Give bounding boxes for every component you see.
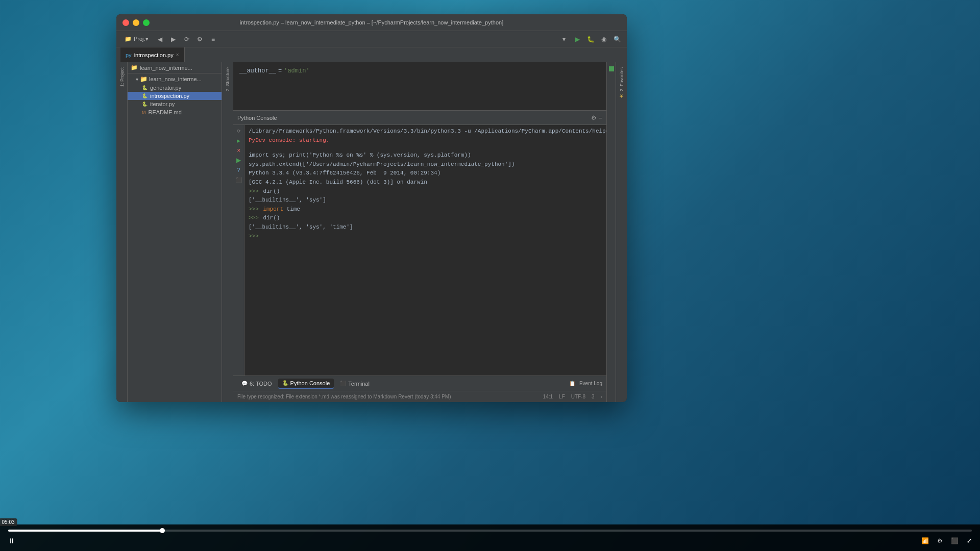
settings-btn[interactable]: ⚙ — [194, 34, 206, 45]
project-panel-tab[interactable]: 1: Project — [118, 64, 126, 90]
py-icon-introspection: 🐍 — [142, 93, 148, 98]
status-position: 14:1 — [543, 394, 553, 399]
search-btn[interactable]: 🔍 — [611, 34, 623, 45]
back-btn[interactable]: ◀ — [155, 34, 166, 45]
tree-item-introspection[interactable]: 🐍 introspection.py — [128, 92, 222, 100]
console-python-version: Python 3.3.4 (v3.3.4:7ff62415e426, Feb 9… — [249, 169, 602, 178]
toolbar-right: ▾ ▶ 🐛 ◉ 🔍 — [558, 34, 623, 45]
debug-btn[interactable]: 🐛 — [585, 34, 596, 45]
status-encoding: UTF-8 — [571, 394, 585, 399]
code-line-1: __author__ = 'admin' — [239, 66, 600, 76]
python-icon: 🐍 — [282, 380, 288, 386]
status-message: File type recognized: File extension *.m… — [237, 394, 543, 399]
console-panel: Python Console ⚙ – ⟳ ▶ ✕ ▶ ? ⬛ — [233, 110, 606, 375]
project-dropdown[interactable]: 📁 Proj.▾ — [120, 34, 153, 44]
console-blank-1 — [249, 145, 602, 151]
tree-item-generator[interactable]: 🐍 generator.py — [128, 84, 222, 92]
controls-right: 📶 ⚙ ⬛ ⤢ — [921, 537, 972, 544]
sidebar-project-tab: 1: Project — [116, 62, 128, 402]
console-close-icon[interactable]: – — [599, 114, 602, 121]
forward-btn[interactable]: ▶ — [168, 34, 179, 45]
status-col: 3 — [592, 394, 595, 399]
console-body: ⟳ ▶ ✕ ▶ ? ⬛ /Library/Frameworks/Python.f… — [233, 125, 606, 375]
console-dir2-result: ['__builtins__', 'sys', 'time'] — [249, 223, 602, 232]
tab-python-console[interactable]: 🐍 Python Console — [278, 379, 334, 389]
console-title: Python Console — [237, 115, 277, 121]
console-settings-icon[interactable]: ⚙ — [591, 114, 597, 121]
tree-item-iterator[interactable]: 🐍 iterator.py — [128, 100, 222, 108]
settings-icon[interactable]: ⚙ — [937, 537, 943, 544]
window-title: introspection.py – learn_now_intermediat… — [240, 19, 503, 26]
editor-and-console: __author__ = 'admin' Python Console ⚙ – — [233, 62, 606, 402]
run-btn[interactable]: ▶ — [572, 34, 583, 45]
console-import-line: import sys; print('Python %s on %s' % (s… — [249, 151, 602, 160]
sync-btn[interactable]: ⟳ — [181, 34, 192, 45]
favorites-tab[interactable]: ★ 2: Favorites — [617, 64, 626, 102]
close-button[interactable] — [122, 19, 129, 26]
arrows-icon[interactable]: ⤢ — [967, 537, 972, 544]
tree-item-readme[interactable]: M README.md — [128, 108, 222, 116]
folder-icon: 📁 — [125, 36, 132, 42]
gutter-mark — [609, 66, 614, 71]
project-header: 📁 learn_now_interme... — [128, 62, 222, 73]
gear2-btn[interactable]: ≡ — [208, 34, 219, 45]
project-tree: ▾ 📁 learn_now_interme... 🐍 generator.py … — [128, 73, 222, 402]
py-icon-generator: 🐍 — [142, 85, 148, 90]
console-arrow-down[interactable]: ▶ — [235, 156, 243, 164]
tab-terminal[interactable]: ⬛ Terminal — [336, 379, 374, 388]
minimize-button[interactable] — [133, 19, 139, 26]
chevron-right-icon[interactable]: › — [601, 394, 602, 399]
editor-tab-introspection[interactable]: py introspection.py × — [120, 47, 185, 62]
project-panel: 📁 learn_now_interme... ▾ 📁 learn_now_int… — [128, 62, 222, 402]
file-icon-tab: py — [126, 52, 132, 58]
console-sidebar-icons: ⟳ ▶ ✕ ▶ ? ⬛ — [233, 125, 244, 375]
sidebar-structure: 2: Structure — [222, 62, 233, 402]
coverage-btn[interactable]: ◉ — [598, 34, 609, 45]
status-line-ending: LF — [559, 394, 565, 399]
main-toolbar: 📁 Proj.▾ ◀ ▶ ⟳ ⚙ ≡ ▾ ▶ 🐛 ◉ 🔍 — [116, 31, 627, 47]
console-stop-icon[interactable]: ✕ — [235, 146, 243, 155]
progress-fill: 05:03 — [8, 530, 162, 532]
structure-panel-tab[interactable]: 2: Structure — [224, 64, 232, 94]
console-header: Python Console ⚙ – — [233, 111, 606, 125]
timestamp-tooltip: 05:03 — [0, 518, 17, 526]
tab-todo[interactable]: 💬 6: TODO — [237, 379, 276, 388]
md-icon-readme: M — [142, 110, 146, 115]
fullscreen-icon[interactable]: ⬛ — [951, 537, 959, 544]
event-log-label[interactable]: Event Log — [579, 381, 602, 386]
console-syspath-line: sys.path.extend(['/Users/admin/PycharmPr… — [249, 160, 602, 169]
title-bar: introspection.py – learn_now_intermediat… — [116, 14, 627, 31]
progress-bar[interactable]: 05:03 — [8, 530, 972, 532]
console-check-icon[interactable]: ⬛ — [235, 176, 243, 184]
console-import-time: >>> import time — [249, 205, 602, 214]
signal-icon[interactable]: 📶 — [921, 537, 929, 544]
folder-icon-header: 📁 — [131, 64, 138, 71]
tree-root-folder[interactable]: ▾ 📁 learn_now_interme... — [128, 74, 222, 84]
event-log-icon: 📋 — [569, 381, 575, 386]
console-restart-icon[interactable]: ⟳ — [235, 127, 243, 135]
video-controls: 05:03 ⏸ 📶 ⚙ ⬛ ⤢ — [0, 524, 980, 551]
console-output[interactable]: /Library/Frameworks/Python.framework/Ver… — [244, 125, 606, 375]
editor-tab-bar: py introspection.py × — [116, 47, 627, 62]
console-run-icon[interactable]: ▶ — [235, 137, 243, 145]
bottom-toolbar: 💬 6: TODO 🐍 Python Console ⬛ Terminal 📋 … — [233, 375, 606, 391]
chevron-icon: ▾ — [136, 77, 138, 82]
editor-content[interactable]: __author__ = 'admin' — [233, 62, 606, 110]
maximize-button[interactable] — [143, 19, 150, 26]
chat-icon: 💬 — [241, 381, 248, 386]
close-tab-icon[interactable]: × — [176, 52, 179, 58]
terminal-icon: ⬛ — [340, 381, 346, 386]
controls-row: ⏸ 📶 ⚙ ⬛ ⤢ — [8, 532, 972, 550]
ide-window: introspection.py – learn_now_intermediat… — [116, 14, 627, 402]
root-folder-icon: 📁 — [140, 76, 148, 83]
console-header-right: ⚙ – — [591, 114, 602, 121]
main-content: 1: Project 📁 learn_now_interme... ▾ 📁 le… — [116, 62, 627, 402]
play-pause-button[interactable]: ⏸ — [8, 537, 15, 545]
traffic-lights — [122, 19, 150, 26]
dropdown-btn[interactable]: ▾ — [558, 34, 570, 45]
py-icon-iterator: 🐍 — [142, 102, 148, 107]
console-pydev-line: PyDev console: starting. — [249, 136, 602, 145]
star-icon: ★ — [619, 93, 624, 99]
bottom-right-info: 📋 Event Log — [569, 381, 602, 386]
console-question-icon[interactable]: ? — [235, 166, 243, 174]
